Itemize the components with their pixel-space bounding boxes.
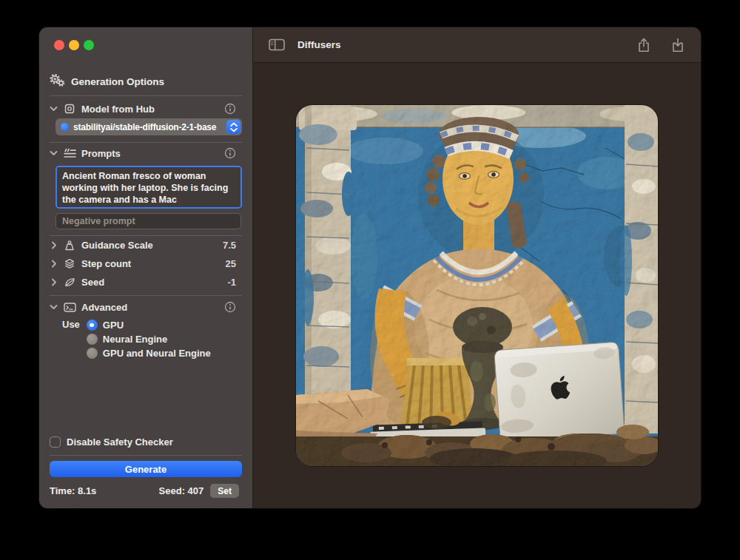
info-icon[interactable] — [224, 301, 236, 313]
prompts-section-row[interactable]: Prompts — [50, 145, 242, 161]
step-count-value: 25 — [226, 258, 236, 269]
divider — [50, 455, 242, 456]
terminal-icon — [63, 302, 76, 313]
radio-unselected-icon[interactable] — [87, 334, 98, 345]
sidebar-toggle-icon[interactable] — [269, 38, 285, 51]
titlebar: Diffusers — [253, 27, 701, 63]
seed-label: Seed — [81, 277, 104, 288]
fresco-illustration — [296, 105, 658, 466]
chevron-right-icon — [50, 260, 58, 268]
guidance-scale-row[interactable]: Guidance Scale 7.5 — [50, 236, 242, 254]
layers-cube-icon — [63, 258, 76, 270]
chevron-down-icon — [50, 303, 58, 311]
seed-status: Seed: 407 — [159, 485, 204, 496]
advanced-section-label: Advanced — [81, 302, 127, 313]
chevron-right-icon — [50, 241, 58, 249]
guidance-scale-label: Guidance Scale — [81, 240, 153, 251]
prompts-section-label: Prompts — [81, 148, 121, 159]
chevron-down-icon — [50, 105, 58, 112]
info-icon[interactable] — [224, 147, 236, 159]
leaf-icon — [63, 277, 76, 288]
generation-options-sidebar: Generation Options Model from Hub — [39, 27, 252, 508]
prompt-input[interactable]: Ancient Roman fresco of woman working wi… — [56, 166, 242, 209]
use-label: Use — [62, 319, 80, 330]
model-select-value: stabilityai/stable-diffusion-2-1-base — [73, 122, 222, 132]
chevron-right-icon — [50, 278, 58, 286]
sidebar-title: Generation Options — [71, 76, 164, 87]
canvas-area — [253, 63, 701, 508]
info-icon[interactable] — [224, 103, 236, 115]
main-panel: Diffusers — [252, 27, 701, 508]
generated-image[interactable] — [296, 105, 658, 466]
generate-button[interactable]: Generate — [50, 461, 242, 477]
window-controls — [54, 40, 94, 50]
seed-value: -1 — [227, 277, 236, 288]
cpu-icon — [63, 103, 76, 115]
radio-option-neural-engine[interactable]: Neural Engine — [87, 332, 211, 346]
zoom-button[interactable] — [84, 40, 94, 50]
model-section-label: Model from Hub — [81, 104, 155, 115]
divider — [50, 295, 242, 296]
window-title: Diffusers — [297, 39, 341, 50]
disable-safety-checker-row[interactable]: Disable Safety Checker — [50, 434, 242, 449]
model-status-dot — [61, 123, 69, 131]
radio-option-gpu-and-neural-engine[interactable]: GPU and Neural Engine — [87, 346, 211, 360]
step-count-row[interactable]: Step count 25 — [50, 254, 242, 273]
grain-overlay — [296, 105, 658, 466]
radio-gpu-ne-label: GPU and Neural Engine — [103, 348, 211, 359]
set-seed-button[interactable]: Set — [210, 484, 239, 498]
checkbox-icon[interactable] — [50, 436, 61, 448]
close-button[interactable] — [54, 40, 64, 50]
disable-safety-checker-label: Disable Safety Checker — [67, 436, 173, 448]
seed-row[interactable]: Seed -1 — [50, 273, 242, 291]
divider — [50, 95, 242, 96]
radio-neural-engine-label: Neural Engine — [103, 334, 167, 345]
guidance-scale-value: 7.5 — [223, 240, 236, 251]
time-status: Time: 8.1s — [50, 485, 96, 496]
app-window: Generation Options Model from Hub — [39, 27, 701, 508]
download-icon[interactable] — [670, 37, 685, 53]
chevron-down-icon — [50, 149, 58, 157]
step-count-label: Step count — [81, 258, 131, 269]
negative-prompt-input[interactable] — [56, 213, 241, 229]
minimize-button[interactable] — [69, 40, 79, 50]
advanced-section-row[interactable]: Advanced — [50, 299, 242, 315]
quote-list-icon — [63, 148, 76, 159]
model-select[interactable]: stabilityai/stable-diffusion-2-1-base — [56, 118, 242, 135]
radio-unselected-icon[interactable] — [87, 348, 98, 359]
dropdown-stepper-icon[interactable] — [226, 120, 240, 134]
share-icon[interactable] — [636, 37, 651, 53]
radio-selected-icon[interactable] — [87, 320, 98, 331]
radio-option-gpu[interactable]: GPU — [87, 318, 211, 332]
gears-icon — [50, 74, 65, 89]
scale-weight-icon — [63, 240, 76, 252]
radio-gpu-label: GPU — [103, 320, 124, 331]
divider — [50, 142, 242, 143]
model-section-row[interactable]: Model from Hub — [50, 101, 242, 117]
